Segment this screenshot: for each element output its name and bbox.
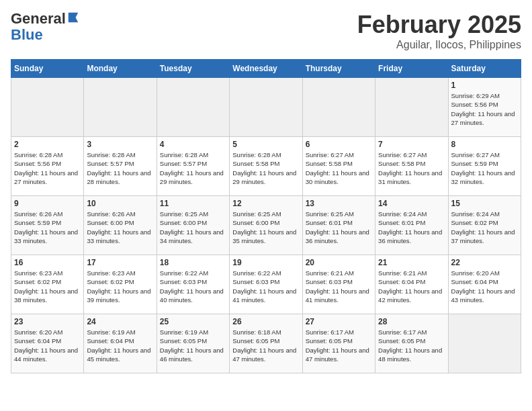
day-number: 6 xyxy=(306,140,372,149)
logo-blue: Blue xyxy=(11,26,43,43)
day-number: 23 xyxy=(14,317,81,326)
day-number: 19 xyxy=(232,258,299,267)
day-info: Sunrise: 6:22 AM Sunset: 6:03 PM Dayligh… xyxy=(160,269,226,304)
calendar-cell: 13Sunrise: 6:25 AM Sunset: 6:01 PM Dayli… xyxy=(302,196,375,255)
weekday-header-saturday: Saturday xyxy=(448,60,521,78)
day-number: 22 xyxy=(451,258,518,267)
calendar-week-4: 23Sunrise: 6:20 AM Sunset: 6:04 PM Dayli… xyxy=(11,314,521,373)
day-info: Sunrise: 6:27 AM Sunset: 5:58 PM Dayligh… xyxy=(378,150,445,186)
calendar-cell: 8Sunrise: 6:27 AM Sunset: 5:59 PM Daylig… xyxy=(448,137,521,196)
day-info: Sunrise: 6:29 AM Sunset: 5:56 PM Dayligh… xyxy=(451,91,518,127)
calendar-week-3: 16Sunrise: 6:23 AM Sunset: 6:02 PM Dayli… xyxy=(11,255,521,314)
logo: General Blue xyxy=(11,11,79,43)
calendar-body: 1Sunrise: 6:29 AM Sunset: 5:56 PM Daylig… xyxy=(11,78,521,373)
day-number: 25 xyxy=(160,317,226,326)
weekday-row: SundayMondayTuesdayWednesdayThursdayFrid… xyxy=(11,60,521,78)
logo-text: General Blue xyxy=(11,11,79,43)
title-block: February 2025 Aguilar, Ilocos, Philippin… xyxy=(357,11,521,51)
location-subtitle: Aguilar, Ilocos, Philippines xyxy=(357,39,521,51)
calendar-cell: 1Sunrise: 6:29 AM Sunset: 5:56 PM Daylig… xyxy=(448,78,521,137)
svg-marker-0 xyxy=(69,13,78,22)
calendar-cell xyxy=(84,78,157,137)
calendar-cell: 26Sunrise: 6:18 AM Sunset: 6:05 PM Dayli… xyxy=(230,314,302,373)
day-number: 24 xyxy=(87,317,153,326)
day-info: Sunrise: 6:22 AM Sunset: 6:03 PM Dayligh… xyxy=(232,269,299,304)
day-info: Sunrise: 6:17 AM Sunset: 6:05 PM Dayligh… xyxy=(306,328,372,363)
calendar-week-2: 9Sunrise: 6:26 AM Sunset: 5:59 PM Daylig… xyxy=(11,196,521,255)
day-number: 17 xyxy=(87,258,153,267)
calendar-cell: 22Sunrise: 6:20 AM Sunset: 6:04 PM Dayli… xyxy=(448,255,521,314)
calendar-cell: 15Sunrise: 6:24 AM Sunset: 6:02 PM Dayli… xyxy=(448,196,521,255)
weekday-header-friday: Friday xyxy=(375,60,448,78)
day-info: Sunrise: 6:28 AM Sunset: 5:57 PM Dayligh… xyxy=(87,150,153,186)
day-info: Sunrise: 6:27 AM Sunset: 5:59 PM Dayligh… xyxy=(451,150,518,186)
day-info: Sunrise: 6:19 AM Sunset: 6:04 PM Dayligh… xyxy=(87,328,153,363)
day-info: Sunrise: 6:24 AM Sunset: 6:02 PM Dayligh… xyxy=(451,210,518,245)
day-number: 2 xyxy=(14,140,81,149)
weekday-header-thursday: Thursday xyxy=(302,60,375,78)
calendar-cell: 4Sunrise: 6:28 AM Sunset: 5:57 PM Daylig… xyxy=(157,137,229,196)
day-info: Sunrise: 6:25 AM Sunset: 6:01 PM Dayligh… xyxy=(306,210,372,245)
calendar-cell: 12Sunrise: 6:25 AM Sunset: 6:00 PM Dayli… xyxy=(230,196,302,255)
calendar-cell: 14Sunrise: 6:24 AM Sunset: 6:01 PM Dayli… xyxy=(375,196,448,255)
day-number: 13 xyxy=(306,199,372,208)
calendar-cell: 25Sunrise: 6:19 AM Sunset: 6:05 PM Dayli… xyxy=(157,314,229,373)
calendar-cell: 2Sunrise: 6:28 AM Sunset: 5:56 PM Daylig… xyxy=(11,137,84,196)
day-number: 4 xyxy=(160,140,226,149)
day-info: Sunrise: 6:19 AM Sunset: 6:05 PM Dayligh… xyxy=(160,328,226,363)
day-info: Sunrise: 6:18 AM Sunset: 6:05 PM Dayligh… xyxy=(232,328,299,363)
calendar-cell: 11Sunrise: 6:25 AM Sunset: 6:00 PM Dayli… xyxy=(157,196,229,255)
calendar-cell: 23Sunrise: 6:20 AM Sunset: 6:04 PM Dayli… xyxy=(11,314,84,373)
day-number: 8 xyxy=(451,140,518,149)
calendar-cell xyxy=(230,78,302,137)
day-number: 18 xyxy=(160,258,226,267)
month-title: February 2025 xyxy=(357,11,521,39)
day-info: Sunrise: 6:23 AM Sunset: 6:02 PM Dayligh… xyxy=(14,269,81,304)
day-info: Sunrise: 6:23 AM Sunset: 6:02 PM Dayligh… xyxy=(87,269,153,304)
calendar-cell: 6Sunrise: 6:27 AM Sunset: 5:58 PM Daylig… xyxy=(302,137,375,196)
day-number: 11 xyxy=(160,199,226,208)
calendar-cell: 18Sunrise: 6:22 AM Sunset: 6:03 PM Dayli… xyxy=(157,255,229,314)
day-info: Sunrise: 6:27 AM Sunset: 5:58 PM Dayligh… xyxy=(306,150,372,186)
day-info: Sunrise: 6:26 AM Sunset: 6:00 PM Dayligh… xyxy=(87,210,153,245)
calendar-cell: 7Sunrise: 6:27 AM Sunset: 5:58 PM Daylig… xyxy=(375,137,448,196)
weekday-header-monday: Monday xyxy=(84,60,157,78)
calendar-cell: 3Sunrise: 6:28 AM Sunset: 5:57 PM Daylig… xyxy=(84,137,157,196)
calendar-week-1: 2Sunrise: 6:28 AM Sunset: 5:56 PM Daylig… xyxy=(11,137,521,196)
calendar-cell: 19Sunrise: 6:22 AM Sunset: 6:03 PM Dayli… xyxy=(230,255,302,314)
calendar-cell: 16Sunrise: 6:23 AM Sunset: 6:02 PM Dayli… xyxy=(11,255,84,314)
weekday-header-wednesday: Wednesday xyxy=(230,60,302,78)
calendar-cell: 5Sunrise: 6:28 AM Sunset: 5:58 PM Daylig… xyxy=(230,137,302,196)
day-info: Sunrise: 6:20 AM Sunset: 6:04 PM Dayligh… xyxy=(451,269,518,304)
day-info: Sunrise: 6:21 AM Sunset: 6:03 PM Dayligh… xyxy=(306,269,372,304)
day-number: 9 xyxy=(14,199,81,208)
day-number: 26 xyxy=(232,317,299,326)
day-number: 12 xyxy=(232,199,299,208)
day-number: 10 xyxy=(87,199,153,208)
weekday-header-tuesday: Tuesday xyxy=(157,60,229,78)
day-number: 28 xyxy=(378,317,445,326)
calendar-cell xyxy=(157,78,229,137)
day-number: 20 xyxy=(306,258,372,267)
day-number: 16 xyxy=(14,258,81,267)
calendar-header: SundayMondayTuesdayWednesdayThursdayFrid… xyxy=(11,60,521,78)
page-header: General Blue February 2025 Aguilar, Iloc… xyxy=(11,11,521,51)
logo-flag-icon xyxy=(67,11,79,24)
day-info: Sunrise: 6:17 AM Sunset: 6:05 PM Dayligh… xyxy=(378,328,445,363)
day-info: Sunrise: 6:28 AM Sunset: 5:56 PM Dayligh… xyxy=(14,150,81,186)
calendar-week-0: 1Sunrise: 6:29 AM Sunset: 5:56 PM Daylig… xyxy=(11,78,521,137)
day-number: 3 xyxy=(87,140,153,149)
day-info: Sunrise: 6:21 AM Sunset: 6:04 PM Dayligh… xyxy=(378,269,445,304)
logo-general: General xyxy=(11,10,66,27)
day-info: Sunrise: 6:26 AM Sunset: 5:59 PM Dayligh… xyxy=(14,210,81,245)
day-number: 14 xyxy=(378,199,445,208)
calendar-cell: 20Sunrise: 6:21 AM Sunset: 6:03 PM Dayli… xyxy=(302,255,375,314)
day-info: Sunrise: 6:24 AM Sunset: 6:01 PM Dayligh… xyxy=(378,210,445,245)
calendar-cell xyxy=(375,78,448,137)
day-info: Sunrise: 6:20 AM Sunset: 6:04 PM Dayligh… xyxy=(14,328,81,363)
day-number: 5 xyxy=(232,140,299,149)
day-info: Sunrise: 6:25 AM Sunset: 6:00 PM Dayligh… xyxy=(232,210,299,245)
calendar-cell xyxy=(448,314,521,373)
day-number: 7 xyxy=(378,140,445,149)
calendar-cell: 24Sunrise: 6:19 AM Sunset: 6:04 PM Dayli… xyxy=(84,314,157,373)
